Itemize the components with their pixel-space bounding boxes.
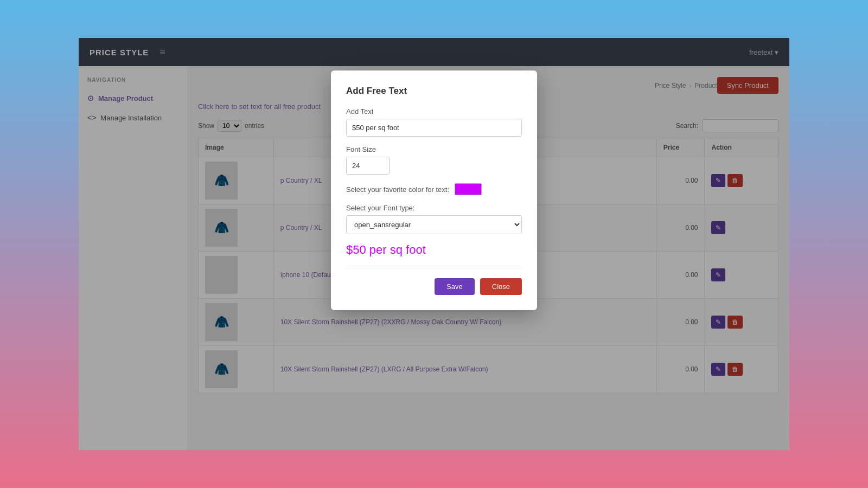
add-text-group: Add Text [346, 107, 522, 137]
modal-actions: Save Close [346, 278, 522, 295]
preview-text: $50 per sq foot [346, 243, 522, 257]
color-label: Select your favorite color for text: [346, 185, 449, 194]
save-button[interactable]: Save [435, 278, 475, 295]
app-container: PRICE STYLE ≡ freetext ▾ NAVIGATION ⊙ Ma… [79, 38, 789, 450]
close-button[interactable]: Close [480, 278, 522, 295]
add-text-input[interactable] [346, 119, 522, 137]
font-size-label: Font Size [346, 145, 522, 153]
font-type-group: Select your Font type: open_sansregular … [346, 204, 522, 234]
font-size-input[interactable] [346, 157, 390, 175]
color-swatch[interactable] [455, 183, 482, 195]
add-text-label: Add Text [346, 107, 522, 115]
add-free-text-modal: Add Free Text Add Text Font Size Select … [331, 70, 537, 310]
font-size-group: Font Size [346, 145, 522, 175]
color-group: Select your favorite color for text: [346, 183, 522, 195]
modal-divider [346, 268, 522, 268]
font-type-label: Select your Font type: [346, 204, 522, 212]
font-type-select[interactable]: open_sansregular Arial Roboto Times New … [346, 215, 522, 234]
modal-overlay: Add Free Text Add Text Font Size Select … [79, 38, 789, 450]
modal-title: Add Free Text [346, 86, 522, 97]
